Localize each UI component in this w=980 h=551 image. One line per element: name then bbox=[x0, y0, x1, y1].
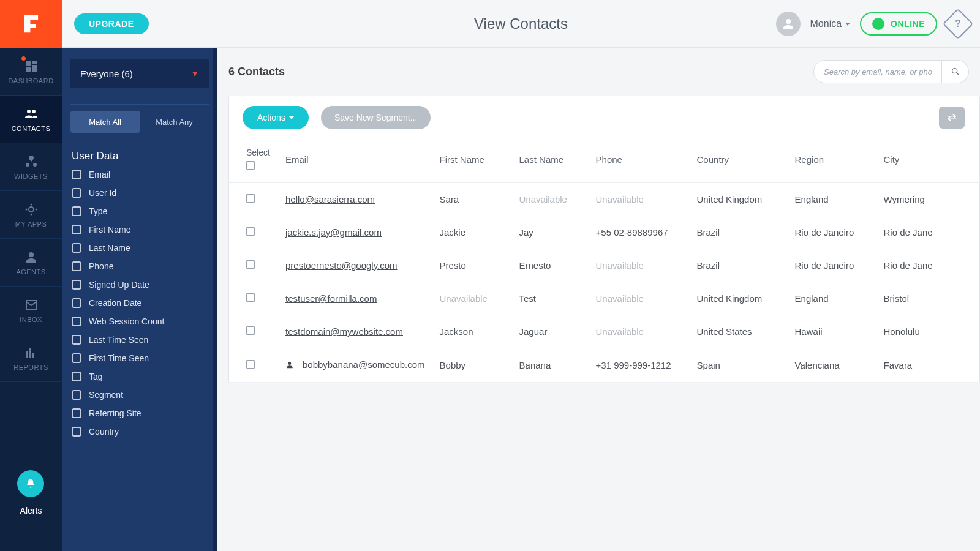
actions-dropdown[interactable]: Actions bbox=[243, 106, 309, 129]
alerts-label: Alerts bbox=[0, 506, 62, 515]
col-last-name[interactable]: Last Name bbox=[512, 139, 589, 183]
filter-field-tag[interactable]: Tag bbox=[72, 372, 213, 381]
row-checkbox[interactable] bbox=[246, 260, 255, 269]
nav-reports[interactable]: REPORTS bbox=[0, 334, 62, 382]
filter-field-label: Web Session Count bbox=[89, 317, 164, 326]
cell: Presto bbox=[432, 249, 512, 282]
row-checkbox[interactable] bbox=[246, 360, 255, 369]
nav-agents[interactable]: AGENTS bbox=[0, 239, 62, 287]
filter-field-label: First Time Seen bbox=[89, 353, 149, 363]
cell: +55 02-89889967 bbox=[589, 216, 690, 249]
email-link[interactable]: jackie.s.jay@gmail.com bbox=[285, 227, 382, 238]
cell: Unavailable bbox=[512, 183, 589, 216]
search-input[interactable] bbox=[813, 60, 942, 83]
filter-field-referring-site[interactable]: Referring Site bbox=[72, 408, 213, 418]
cell: Rio de Janeiro bbox=[788, 216, 876, 249]
filter-field-label: Referring Site bbox=[89, 408, 141, 418]
row-checkbox[interactable] bbox=[246, 326, 255, 335]
checkbox-icon bbox=[72, 390, 81, 400]
filter-field-segment[interactable]: Segment bbox=[72, 390, 213, 400]
search-button[interactable] bbox=[942, 60, 969, 83]
alerts-button[interactable] bbox=[17, 470, 44, 497]
table-row: prestoernesto@googly.comPrestoErnestoUna… bbox=[229, 249, 979, 282]
nav-contacts[interactable]: CONTACTS bbox=[0, 96, 62, 143]
col-country[interactable]: Country bbox=[690, 139, 788, 183]
top-bar: UPGRADE View Contacts Monica ONLINE ? bbox=[62, 0, 980, 48]
select-all-checkbox[interactable] bbox=[246, 161, 255, 170]
checkbox-icon bbox=[72, 188, 81, 198]
filter-field-creation-date[interactable]: Creation Date bbox=[72, 298, 213, 308]
cell: Banana bbox=[512, 348, 589, 383]
filter-field-phone[interactable]: Phone bbox=[72, 261, 213, 271]
cell: United Kingdom bbox=[690, 183, 788, 216]
email-link[interactable]: testdomain@mywebsite.com bbox=[285, 326, 403, 337]
cell: Unavailable bbox=[432, 282, 512, 315]
email-link[interactable]: bobbybanana@somecub.com bbox=[303, 359, 425, 370]
swap-columns-button[interactable] bbox=[939, 107, 965, 129]
match-any-tab[interactable]: Match Any bbox=[140, 111, 209, 133]
match-all-tab[interactable]: Match All bbox=[70, 111, 140, 133]
email-link[interactable]: prestoernesto@googly.com bbox=[285, 260, 398, 271]
agents-icon bbox=[24, 250, 39, 264]
upgrade-button[interactable]: UPGRADE bbox=[74, 13, 149, 34]
col-select: Select bbox=[246, 148, 271, 157]
filter-field-first-name[interactable]: First Name bbox=[72, 225, 213, 234]
filter-field-user-id[interactable]: User Id bbox=[72, 188, 213, 198]
nav-widgets[interactable]: WIDGETS bbox=[0, 143, 62, 191]
cell: Unavailable bbox=[589, 249, 690, 282]
filter-field-label: Creation Date bbox=[89, 298, 141, 308]
nav-label: INBOX bbox=[20, 316, 42, 323]
filter-panel: Everyone (6) ▼ Match All Match Any User … bbox=[62, 48, 217, 551]
filter-field-web-session-count[interactable]: Web Session Count bbox=[72, 317, 213, 326]
app-logo[interactable] bbox=[0, 0, 62, 48]
checkbox-icon bbox=[72, 298, 81, 308]
online-status-toggle[interactable]: ONLINE bbox=[860, 12, 937, 36]
filter-field-first-time-seen[interactable]: First Time Seen bbox=[72, 353, 213, 363]
filter-field-list: EmailUser IdTypeFirst NameLast NamePhone… bbox=[72, 170, 213, 437]
row-checkbox[interactable] bbox=[246, 293, 255, 302]
nav-inbox[interactable]: INBOX bbox=[0, 287, 62, 334]
filter-field-last-time-seen[interactable]: Last Time Seen bbox=[72, 335, 213, 345]
col-region[interactable]: Region bbox=[788, 139, 876, 183]
cell: Rio de Jane bbox=[876, 249, 979, 282]
user-menu[interactable]: Monica bbox=[810, 18, 851, 29]
col-email[interactable]: Email bbox=[278, 139, 432, 183]
filter-field-type[interactable]: Type bbox=[72, 206, 213, 216]
nav-dashboard[interactable]: DASHBOARD bbox=[0, 48, 62, 96]
filter-field-last-name[interactable]: Last Name bbox=[72, 243, 213, 253]
help-button[interactable]: ? bbox=[943, 9, 974, 40]
filter-field-country[interactable]: Country bbox=[72, 427, 213, 437]
svg-point-0 bbox=[29, 207, 34, 212]
cell: Jay bbox=[512, 216, 589, 249]
cell: Spain bbox=[690, 348, 788, 383]
segment-dropdown[interactable]: Everyone (6) ▼ bbox=[70, 59, 209, 88]
caret-down-icon bbox=[845, 23, 850, 26]
cell: Bobby bbox=[432, 348, 512, 383]
table-row: bobbybanana@somecub.comBobbyBanana+31 99… bbox=[229, 348, 979, 383]
checkbox-icon bbox=[72, 317, 81, 326]
row-checkbox[interactable] bbox=[246, 194, 255, 203]
checkbox-icon bbox=[72, 280, 81, 290]
nav-label: AGENTS bbox=[16, 268, 45, 276]
contacts-card: Actions Save New Segment... Select Email… bbox=[228, 96, 980, 383]
col-first-name[interactable]: First Name bbox=[432, 139, 512, 183]
filter-field-label: Phone bbox=[89, 261, 113, 271]
filter-field-signed-up-date[interactable]: Signed Up Date bbox=[72, 280, 213, 290]
filter-field-label: Signed Up Date bbox=[89, 280, 149, 290]
nav-myapps[interactable]: MY APPS bbox=[0, 191, 62, 239]
row-checkbox[interactable] bbox=[246, 227, 255, 236]
cell: Sara bbox=[432, 183, 512, 216]
reports-icon bbox=[24, 345, 39, 360]
col-phone[interactable]: Phone bbox=[589, 139, 690, 183]
user-avatar[interactable] bbox=[776, 12, 801, 36]
status-dot-icon bbox=[872, 18, 884, 30]
cell: Unavailable bbox=[589, 282, 690, 315]
col-city[interactable]: City bbox=[876, 139, 979, 183]
user-name-label: Monica bbox=[810, 18, 842, 29]
page-title: View Contacts bbox=[474, 15, 568, 32]
email-link[interactable]: hello@sarasierra.com bbox=[285, 194, 375, 204]
dashboard-icon bbox=[24, 59, 39, 73]
save-segment-button[interactable]: Save New Segment... bbox=[321, 106, 431, 129]
filter-field-email[interactable]: Email bbox=[72, 170, 213, 179]
email-link[interactable]: testuser@formilla.com bbox=[285, 293, 377, 304]
